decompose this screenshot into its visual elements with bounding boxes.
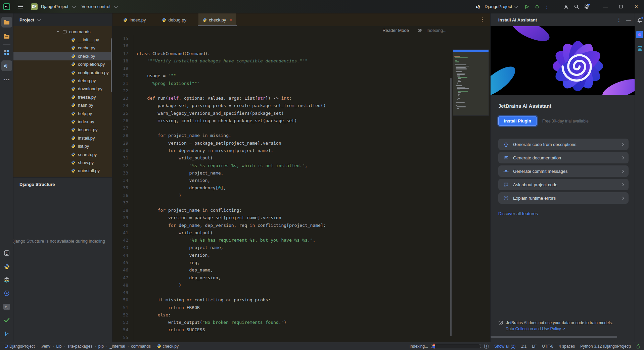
- minimap[interactable]: [453, 49, 489, 116]
- breadcrumb--internal[interactable]: _internal: [110, 344, 125, 349]
- tree-item-uninstall-py[interactable]: uninstall.py: [13, 167, 112, 175]
- tree-item-freeze-py[interactable]: freeze.py: [13, 93, 112, 101]
- problems-tool-button[interactable]: [1, 315, 12, 326]
- search-everywhere-button[interactable]: [571, 2, 582, 11]
- indent-style[interactable]: 4 spaces: [559, 344, 575, 349]
- breadcrumb-check-py[interactable]: check.py: [157, 344, 179, 349]
- line-number: 18: [112, 57, 133, 65]
- tree-item-inspect-py[interactable]: inspect.py: [13, 126, 112, 134]
- code-with-me-button[interactable]: [561, 2, 571, 11]
- editor-scrollbar[interactable]: [450, 78, 452, 336]
- maximize-button[interactable]: [613, 0, 629, 13]
- project-panel: Project commands__init__.pycache.pycheck…: [13, 13, 112, 342]
- breadcrumb-djangoproject[interactable]: DjangoProject: [5, 344, 35, 349]
- tree-item-hash-py[interactable]: hash.py: [13, 101, 112, 109]
- tree-item-completion-py[interactable]: completion.py: [13, 60, 112, 68]
- ai-assistant-stripe-button[interactable]: [636, 31, 643, 38]
- more-tool-windows-button[interactable]: •••: [1, 74, 12, 85]
- services-tool-button[interactable]: [1, 248, 12, 258]
- line-ending[interactable]: LF: [532, 344, 537, 349]
- unlocked-icon[interactable]: [636, 344, 641, 349]
- tab-label: index.py: [130, 17, 146, 22]
- feature-card-explain-runtime-errors[interactable]: ?Explain runtime errors: [498, 192, 629, 204]
- feature-card-generate-code-from-descriptions[interactable]: { }Generate code from descriptions: [498, 139, 629, 150]
- breadcrumb-site-packages[interactable]: site-packages: [67, 344, 92, 349]
- tab-debug-py[interactable]: debug.py: [158, 13, 190, 26]
- breadcrumb-label: commands: [131, 344, 151, 349]
- tree-item-index-py[interactable]: index.py: [13, 117, 112, 126]
- structure-tool-button[interactable]: [1, 47, 12, 58]
- caret-position[interactable]: 1:1: [521, 344, 527, 349]
- breadcrumb-commands[interactable]: commands: [131, 344, 151, 349]
- database-stripe-button[interactable]: [636, 44, 643, 52]
- breadcrumb-pip[interactable]: pip: [98, 344, 104, 349]
- commit-tool-button[interactable]: [1, 31, 12, 42]
- tab-options-button[interactable]: ⋮: [480, 16, 485, 22]
- tab-index-py[interactable]: index.py: [119, 13, 150, 26]
- tree-item-install-py[interactable]: install.py: [13, 134, 112, 142]
- ai-panel-hide-button[interactable]: —: [626, 18, 631, 21]
- tree-item-download-py[interactable]: download.py: [13, 85, 112, 93]
- project-panel-header[interactable]: Project: [13, 13, 112, 26]
- notifications-button[interactable]: [636, 17, 643, 24]
- minimap-line: [453, 71, 489, 72]
- tree-item-cache-py[interactable]: cache.py: [13, 44, 112, 52]
- python-packages-button[interactable]: [1, 274, 12, 285]
- tree-item-commands[interactable]: commands: [13, 28, 112, 36]
- vcs-widget[interactable]: Version control: [80, 4, 117, 9]
- tree-item-list-py[interactable]: list.py: [13, 142, 112, 150]
- code-editor[interactable]: 151617class CheckCommand(Command):18 """…: [112, 34, 490, 342]
- project-widget[interactable]: DP DjangoProject: [31, 3, 75, 10]
- django-structure-tool-button[interactable]: dj..: [1, 60, 12, 71]
- more-actions-button[interactable]: ⋮: [542, 2, 552, 11]
- code-text: "%s %s requires %s, which is not install…: [133, 162, 308, 169]
- tree-scrollbar[interactable]: [111, 38, 112, 92]
- file-encoding[interactable]: UTF-8: [542, 344, 553, 349]
- terminal-tool-button[interactable]: >_: [1, 301, 12, 312]
- main-menu-button[interactable]: [15, 2, 26, 11]
- reader-mode-toggle[interactable]: Reader Mode: [382, 28, 409, 33]
- git-tool-button[interactable]: [1, 328, 12, 339]
- line-number: 34: [112, 177, 133, 184]
- breadcrumb--venv[interactable]: .venv: [41, 344, 50, 349]
- settings-button[interactable]: [582, 2, 592, 11]
- ai-horizontal-scrollbar[interactable]: [491, 336, 617, 338]
- pause-indexing-button[interactable]: ▍▍: [484, 344, 489, 349]
- debug-button[interactable]: [532, 2, 542, 11]
- breadcrumb-lib[interactable]: Lib: [56, 344, 61, 349]
- run-button[interactable]: [522, 2, 532, 11]
- tab-close-button[interactable]: ×: [229, 17, 232, 22]
- tab-check-py[interactable]: check.py×: [198, 13, 236, 26]
- discover-all-features-link[interactable]: Discover all features: [498, 211, 538, 216]
- ai-panel-options-button[interactable]: ⋮: [616, 17, 622, 23]
- run-tool-button[interactable]: [1, 288, 12, 299]
- breadcrumb-separator: ›: [106, 344, 107, 348]
- tree-item-wheel-py[interactable]: wheel.py: [13, 175, 112, 177]
- privacy-policy-link[interactable]: Data Collection and Use Policy ↗: [506, 327, 628, 331]
- line-number: 45: [112, 259, 133, 266]
- python-interpreter[interactable]: Python 3.12 (DjangoProject): [580, 344, 631, 349]
- bug-icon: [535, 4, 540, 9]
- feature-card-generate-documentation[interactable]: Generate documentation: [498, 152, 629, 163]
- tree-item-check-py[interactable]: check.py: [13, 52, 112, 60]
- minimize-button[interactable]: —: [598, 0, 613, 13]
- run-configuration-selector[interactable]: dj DjangoProject: [476, 4, 517, 9]
- tree-item-configuration-py[interactable]: configuration.py: [13, 68, 112, 77]
- tree-item-show-py[interactable]: show.py: [13, 158, 112, 166]
- python-console-button[interactable]: [1, 261, 12, 272]
- python-file-icon: [71, 95, 76, 99]
- project-tool-button[interactable]: [1, 17, 12, 28]
- feature-card-generate-commit-messages[interactable]: Generate commit messages: [498, 165, 629, 177]
- tree-item-help-py[interactable]: help.py: [13, 109, 112, 117]
- show-all-link[interactable]: Show all (2): [494, 344, 515, 349]
- install-plugin-button[interactable]: Install Plugin: [498, 116, 537, 126]
- tree-item-debug-py[interactable]: debug.py: [13, 77, 112, 85]
- tree-item--init-py[interactable]: __init__.py: [13, 36, 112, 44]
- code-line-22: 22: [112, 87, 490, 95]
- eye-off-icon[interactable]: [417, 28, 422, 33]
- feature-card-ask-about-project-code[interactable]: Ask about project code: [498, 179, 629, 190]
- close-button[interactable]: ×: [629, 0, 644, 13]
- tree-item-search-py[interactable]: search.py: [13, 150, 112, 158]
- breadcrumb-label: check.py: [163, 344, 179, 349]
- code-text: [133, 65, 137, 72]
